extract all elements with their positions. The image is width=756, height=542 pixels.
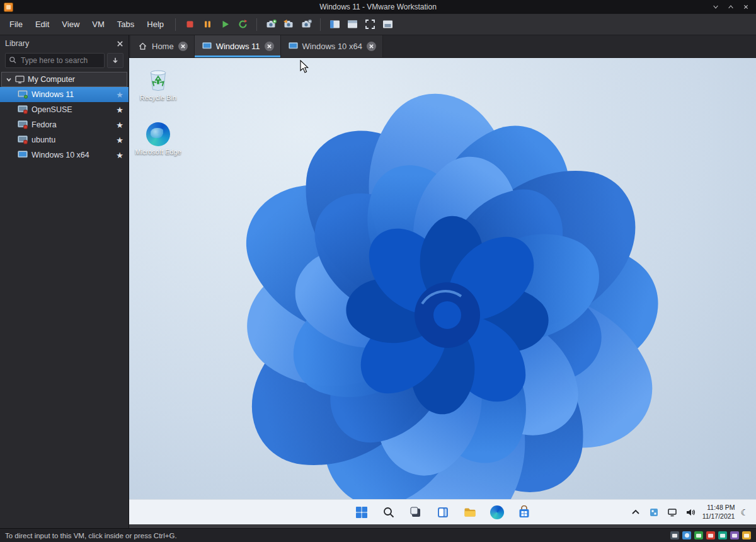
tab-label: Home (152, 42, 174, 51)
arrow-down-icon (112, 57, 119, 64)
menu-vm[interactable]: VM (86, 17, 110, 32)
printer-icon[interactable] (730, 531, 739, 539)
power-on-button[interactable] (217, 16, 233, 33)
search-icon (382, 505, 396, 519)
menu-help[interactable]: Help (141, 17, 169, 32)
favorite-star-icon[interactable]: ★ (116, 151, 123, 159)
sound-card-icon[interactable] (718, 531, 727, 539)
library-title: Library (5, 39, 29, 48)
tab-close-icon[interactable] (367, 42, 376, 51)
file-explorer-button[interactable] (462, 504, 478, 521)
start-button[interactable] (353, 504, 370, 521)
sidebar-item-ubuntu[interactable]: ubuntu ★ (0, 132, 129, 147)
vm-name: Windows 11 (32, 90, 74, 99)
task-view-icon (409, 505, 423, 519)
library-sidebar: Library My Computer (0, 35, 129, 528)
menu-view[interactable]: View (56, 17, 85, 32)
vmware-workstation-window: Windows 11 - VMware Workstation File Edi… (0, 0, 756, 542)
suspend-button[interactable] (199, 16, 215, 33)
favorite-star-icon[interactable]: ★ (116, 121, 123, 129)
maximize-button[interactable] (724, 2, 737, 12)
edge-icon (146, 122, 170, 146)
tab-label: Windows 11 (216, 42, 260, 51)
edge-browser-button[interactable] (489, 504, 505, 521)
vm-icon (289, 42, 298, 51)
vm-name: Fedora (32, 120, 57, 129)
file-explorer-icon (463, 505, 477, 519)
widgets-button[interactable] (435, 504, 451, 521)
tree-node-my-computer[interactable]: My Computer (1, 72, 127, 87)
vm-icon (18, 90, 28, 99)
fullscreen-button[interactable] (362, 16, 378, 33)
favorite-star-icon[interactable]: ★ (116, 136, 123, 144)
sidebar-item-windows-11[interactable]: Windows 11 ★ (0, 87, 129, 102)
hard-disk-icon[interactable] (670, 531, 679, 539)
reset-vm-button[interactable] (234, 16, 251, 33)
library-header: Library (0, 35, 129, 52)
microsoft-store-icon (517, 505, 531, 519)
show-thumbnail-bar-button[interactable] (344, 16, 360, 33)
taskbar-search-button[interactable] (381, 504, 397, 521)
search-options-button[interactable] (107, 53, 123, 68)
taskbar-system-tray: 11:48 PM 11/17/2021 ☾ (629, 504, 756, 521)
tab-close-icon[interactable] (265, 42, 274, 51)
desktop-icon-microsoft-edge[interactable]: Microsoft Edge (134, 122, 182, 157)
window-controls (709, 2, 752, 12)
power-off-button[interactable] (181, 16, 198, 33)
toolbar-separator (256, 18, 257, 31)
tray-app-button[interactable] (648, 504, 660, 521)
do-not-disturb-moon-icon[interactable]: ☾ (740, 507, 748, 517)
clock-time: 11:48 PM (702, 504, 735, 512)
hidden-icons-button[interactable] (629, 504, 642, 521)
desktop-icon-label: Recycle Bin (140, 94, 176, 103)
vm-name: ubuntu (32, 136, 55, 144)
titlebar: Windows 11 - VMware Workstation (0, 0, 756, 14)
network-button[interactable] (666, 504, 679, 521)
sidebar-item-windows-10-x64[interactable]: Windows 10 x64 ★ (0, 147, 129, 163)
revert-snapshot-button[interactable] (280, 16, 297, 33)
search-icon (9, 56, 17, 64)
menu-edit[interactable]: Edit (30, 17, 55, 32)
library-close-button[interactable] (117, 40, 123, 47)
library-search-row (0, 52, 129, 72)
virtual-device-icon[interactable] (742, 531, 751, 539)
usb-controller-icon[interactable] (706, 531, 715, 539)
menu-file[interactable]: File (4, 17, 28, 32)
clock-date: 11/17/2021 (702, 512, 735, 521)
cd-rom-icon[interactable] (682, 531, 691, 539)
tab-windows-10-x64[interactable]: Windows 10 x64 (281, 35, 383, 57)
taskbar-clock[interactable]: 11:48 PM 11/17/2021 (702, 504, 735, 521)
computer-icon (15, 76, 25, 84)
task-view-button[interactable] (408, 504, 424, 521)
minimize-button[interactable] (709, 2, 722, 12)
network-adapter-icon[interactable] (694, 531, 703, 539)
library-search-input[interactable] (5, 53, 105, 68)
favorite-star-icon[interactable]: ★ (116, 91, 123, 99)
show-library-button[interactable] (326, 16, 343, 33)
menu-tabs[interactable]: Tabs (112, 17, 140, 32)
volume-button[interactable] (684, 504, 697, 521)
tab-close-icon[interactable] (178, 42, 188, 51)
tab-windows-11[interactable]: Windows 11 (195, 35, 281, 57)
toolbar-separator (320, 18, 321, 31)
tab-label: Windows 10 x64 (302, 42, 362, 51)
vm-icon (18, 151, 28, 159)
tabbar: Home Windows 11 Windows 10 x64 (129, 35, 756, 58)
favorite-star-icon[interactable]: ★ (116, 106, 123, 114)
recycle-bin-icon (146, 67, 170, 92)
desktop-icon-recycle-bin[interactable]: Recycle Bin (134, 67, 182, 103)
sidebar-item-fedora[interactable]: Fedora ★ (0, 117, 129, 132)
unity-view-button[interactable] (379, 16, 396, 33)
vm-console-screen[interactable]: Recycle Bin Microsoft Edge (129, 58, 756, 524)
tray-grid-icon (649, 507, 659, 517)
microsoft-store-button[interactable] (516, 504, 532, 521)
tab-home[interactable]: Home (130, 35, 195, 57)
take-snapshot-button[interactable] (263, 16, 279, 33)
close-button[interactable] (740, 2, 752, 12)
snapshot-manager-button[interactable] (298, 16, 314, 33)
home-icon (138, 42, 147, 51)
sidebar-item-opensuse[interactable]: OpenSUSE ★ (0, 102, 129, 117)
vm-icon (18, 105, 28, 114)
window-title: Windows 11 - VMware Workstation (0, 3, 756, 11)
mouse-cursor (299, 60, 309, 74)
